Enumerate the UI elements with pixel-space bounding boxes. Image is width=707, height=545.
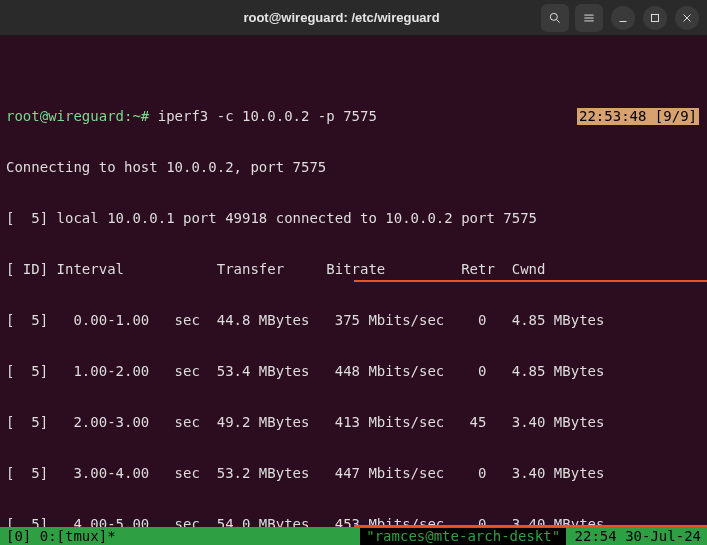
tmux-session: [0] 0:[tmux]* [0, 528, 122, 545]
table-row: [ 5] 0.00-1.00 sec 44.8 MBytes 375 Mbits… [6, 312, 701, 329]
svg-point-0 [550, 13, 557, 20]
table-row: [ 5] 3.00-4.00 sec 53.2 MBytes 447 Mbits… [6, 465, 701, 482]
table-row: [ 5] 2.00-3.00 sec 49.2 MBytes 413 Mbits… [6, 414, 701, 431]
tmux-host: "ramces@mte-arch-deskt" [360, 528, 566, 545]
hamburger-icon [582, 11, 596, 25]
scroll-indicator-top [354, 280, 707, 282]
pane-clock-top: 22:53:48 [9/9] [577, 108, 699, 125]
table-header: [ ID] Interval Transfer Bitrate Retr Cwn… [6, 261, 701, 278]
minimize-icon [616, 11, 630, 25]
titlebar: root@wireguard: /etc/wireguard [0, 0, 707, 36]
menu-button[interactable] [575, 4, 603, 32]
prompt-top: root@wireguard:~# [6, 108, 158, 124]
output-line: Connecting to host 10.0.0.2, port 7575 [6, 159, 701, 176]
maximize-icon [648, 11, 662, 25]
prompt-line-top: root@wireguard:~# iperf3 -c 10.0.0.2 -p … [6, 108, 701, 125]
tmux-time: 22:54 30-Jul-24 [566, 528, 701, 545]
output-line: [ 5] local 10.0.0.1 port 49918 connected… [6, 210, 701, 227]
close-icon [680, 11, 694, 25]
table-row: [ 5] 1.00-2.00 sec 53.4 MBytes 448 Mbits… [6, 363, 701, 380]
search-icon [548, 11, 562, 25]
svg-line-1 [556, 19, 559, 22]
search-button[interactable] [541, 4, 569, 32]
minimize-button[interactable] [611, 6, 635, 30]
command-top: iperf3 -c 10.0.0.2 -p 7575 [158, 108, 377, 124]
close-button[interactable] [675, 6, 699, 30]
svg-rect-6 [652, 14, 659, 21]
maximize-button[interactable] [643, 6, 667, 30]
terminal[interactable]: root@wireguard:~# iperf3 -c 10.0.0.2 -p … [0, 36, 707, 545]
tmux-statusbar: [0] 0:[tmux]* "ramces@mte-arch-deskt" 22… [0, 527, 707, 545]
window-title: root@wireguard: /etc/wireguard [148, 9, 535, 26]
